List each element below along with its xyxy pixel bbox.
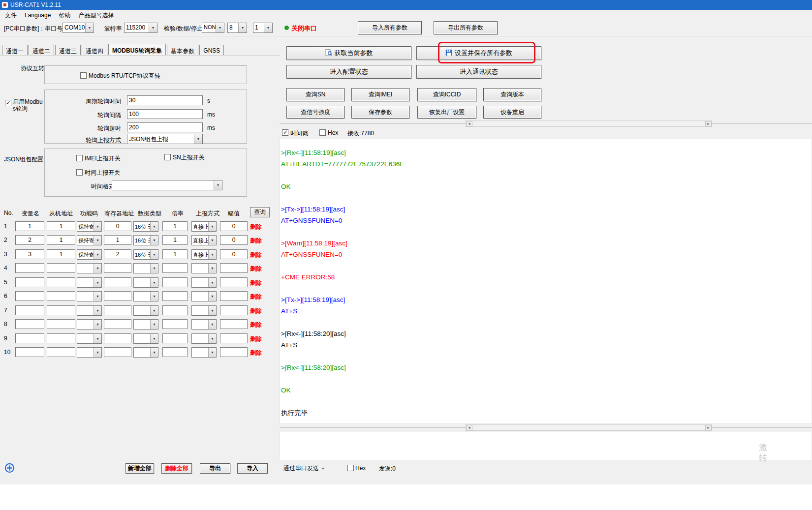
report-mode-select[interactable]: 直接上:▼ [191,249,217,260]
slave-address-input[interactable] [47,333,75,343]
export-button[interactable]: 导出 [200,463,230,474]
add-all-button[interactable]: 新增全部 [125,463,154,474]
query-button[interactable]: 查询 [250,207,270,217]
poll-period-input[interactable] [127,95,203,105]
amplitude-input[interactable] [220,319,248,329]
variable-name-input[interactable] [15,347,44,357]
ratio-input[interactable] [162,235,187,245]
scrollbar-thumb[interactable]: ◄ ► [466,424,712,431]
export-all-params-button[interactable]: 导出所有参数 [434,21,498,34]
delete-row-button[interactable]: 删除 [250,307,262,315]
menu-language[interactable]: Language [21,10,55,20]
add-row-icon[interactable] [4,463,15,473]
register-address-input[interactable] [104,333,131,343]
function-code-select[interactable]: ▼ [77,333,102,344]
import-button[interactable]: 导入 [237,463,268,474]
ratio-input[interactable] [162,249,187,259]
function-code-select[interactable]: 保持寄▼ [77,249,102,260]
amplitude-input[interactable] [220,277,248,287]
query-sn-button[interactable]: 查询SN [286,88,344,101]
poll-interval-input[interactable] [127,109,203,119]
register-address-input[interactable] [104,319,131,329]
query-iccid-button[interactable]: 查询ICCID [417,88,476,101]
receive-hex-checkbox[interactable] [319,129,326,136]
send-hex-checkbox[interactable] [347,465,354,471]
tab-modbus-poll[interactable]: MODBUS轮询采集 [108,44,166,56]
delete-row-button[interactable]: 删除 [250,293,262,301]
amplitude-input[interactable] [220,333,248,343]
variable-name-input[interactable] [15,319,44,329]
slave-address-input[interactable] [47,263,75,273]
scroll-right-icon[interactable]: ► [705,121,712,126]
menu-file[interactable]: 文件 [1,10,21,21]
data-type-select[interactable]: ▼ [133,319,158,330]
set-save-all-params-button[interactable]: 设置并保存所有参数 [416,46,541,60]
horizontal-scrollbar-top[interactable]: ◄ ► [280,120,812,127]
menu-help[interactable]: 帮助 [55,10,74,21]
register-address-input[interactable] [104,277,131,287]
data-bits-select[interactable]: 8 ▼ [227,23,247,33]
import-all-params-button[interactable]: 导入所有参数 [358,21,422,34]
tab-channel-1[interactable]: 通道一 [2,45,28,56]
amplitude-input[interactable] [220,347,248,357]
close-port-button[interactable]: 关闭串口 [283,22,328,33]
report-mode-select[interactable]: ▼ [191,263,217,273]
ratio-input[interactable] [162,347,187,357]
register-address-input[interactable] [104,291,131,301]
tab-gnss[interactable]: GNSS [199,45,224,56]
slave-address-input[interactable] [47,319,75,329]
query-signal-button[interactable]: 查信号强度 [286,106,344,119]
report-mode-select[interactable]: ▼ [191,291,217,301]
query-version-button[interactable]: 查询版本 [483,88,541,101]
modbus-bridge-checkbox[interactable] [80,72,87,79]
factory-reset-button[interactable]: 恢复出厂设置 [417,106,476,119]
com-port-select[interactable]: COM10 ▼ [62,23,94,33]
scroll-right-icon[interactable]: ► [705,425,712,430]
poll-timeout-input[interactable] [127,122,203,132]
stop-bits-select[interactable]: 1 ▼ [253,23,273,33]
tab-channel-4[interactable]: 通道四 [82,45,107,56]
slave-address-input[interactable] [47,235,75,245]
register-address-input[interactable] [104,305,131,315]
enter-comm-state-button[interactable]: 进入通讯状态 [416,65,541,79]
function-code-select[interactable]: 保持寄▼ [77,221,102,232]
data-type-select[interactable]: ▼ [133,263,158,273]
register-address-input[interactable] [104,347,131,357]
amplitude-input[interactable] [220,221,248,231]
delete-row-button[interactable]: 删除 [250,279,262,287]
slave-address-input[interactable] [47,291,75,301]
delete-row-button[interactable]: 删除 [250,335,262,343]
data-type-select[interactable]: ▼ [133,347,158,358]
ratio-input[interactable] [162,305,187,315]
report-mode-select[interactable]: ▼ [191,333,217,344]
variable-name-input[interactable] [15,249,44,259]
function-code-select[interactable]: ▼ [77,263,102,273]
data-type-select[interactable]: ▼ [133,305,158,316]
register-address-input[interactable] [104,263,131,273]
baud-rate-select[interactable]: 115200 ▼ [124,23,157,33]
function-code-select[interactable]: ▼ [77,319,102,330]
time-report-checkbox[interactable] [76,169,83,176]
variable-name-input[interactable] [15,291,44,301]
data-type-select[interactable]: 16位 无▼ [133,249,158,260]
data-type-select[interactable]: ▼ [133,277,158,288]
function-code-select[interactable]: ▼ [77,277,102,288]
delete-all-button[interactable]: 删除全部 [161,463,192,474]
delete-row-button[interactable]: 删除 [250,265,262,273]
report-mode-select[interactable]: ▼ [191,319,217,330]
data-type-select[interactable]: ▼ [133,333,158,344]
report-mode-select[interactable]: ▼ [191,277,217,288]
variable-name-input[interactable] [15,235,44,245]
parity-select[interactable]: NONI ▼ [202,23,224,33]
amplitude-input[interactable] [220,235,248,245]
variable-name-input[interactable] [15,277,44,287]
delete-row-button[interactable]: 删除 [250,349,262,357]
delete-row-button[interactable]: 删除 [250,237,262,245]
report-mode-select[interactable]: 直接上:▼ [191,221,217,232]
delete-row-button[interactable]: 删除 [250,223,262,231]
delete-row-button[interactable]: 删除 [250,321,262,329]
report-mode-select[interactable]: JSON组包上报 ▼ [127,134,203,144]
data-type-select[interactable]: 16位 无▼ [133,221,158,232]
ratio-input[interactable] [162,333,187,343]
ratio-input[interactable] [162,291,187,301]
